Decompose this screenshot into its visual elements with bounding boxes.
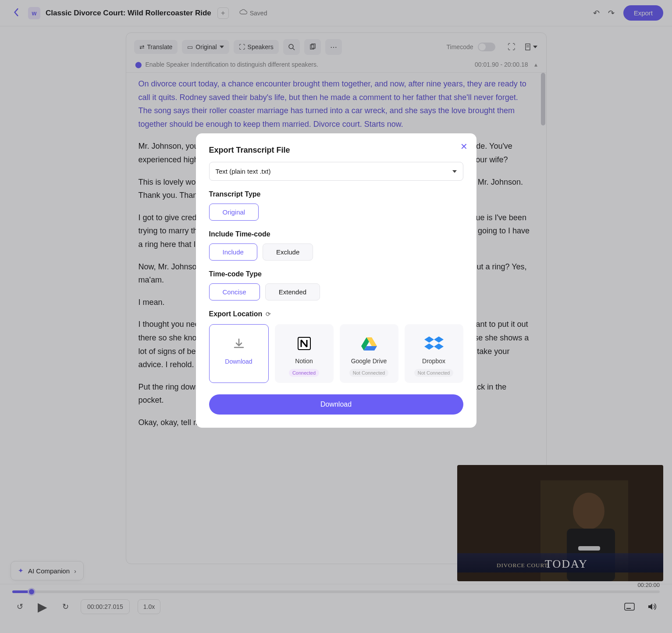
download-button[interactable]: Download [209,394,463,415]
export-location-notion[interactable]: Notion Connected [275,324,334,383]
transcript-type-label: Transcript Type [209,190,463,198]
include-timecode-include[interactable]: Include [209,243,257,261]
timecode-type-label: Time-code Type [209,270,463,278]
format-select[interactable]: Text (plain text .txt) [209,162,463,181]
export-location-dropbox[interactable]: Dropbox Not Connected [405,324,463,383]
transcript-type-original[interactable]: Original [209,204,259,221]
modal-title: Export Transcript File [209,146,463,155]
dropbox-icon [424,334,444,353]
notion-icon [295,334,314,353]
export-location-gdrive[interactable]: Google Drive Not Connected [340,324,398,383]
chevron-down-icon [452,170,457,173]
status-badge: Not Connected [349,369,388,377]
google-drive-icon [359,334,379,353]
timecode-type-concise[interactable]: Concise [209,283,260,300]
export-location-download[interactable]: Download [209,324,269,383]
status-badge: Not Connected [414,369,453,377]
close-button[interactable]: ✕ [460,141,468,152]
modal-backdrop[interactable]: ✕ Export Transcript File Text (plain tex… [0,0,672,570]
refresh-icon[interactable]: ⟳ [266,311,271,318]
include-timecode-exclude[interactable]: Exclude [263,243,313,261]
export-location-label: Export Location [209,310,263,318]
export-modal: ✕ Export Transcript File Text (plain tex… [196,133,476,428]
download-icon [229,334,249,354]
include-timecode-label: Include Time-code [209,230,463,238]
status-badge: Connected [289,369,319,377]
timecode-type-extended[interactable]: Extended [265,283,320,300]
